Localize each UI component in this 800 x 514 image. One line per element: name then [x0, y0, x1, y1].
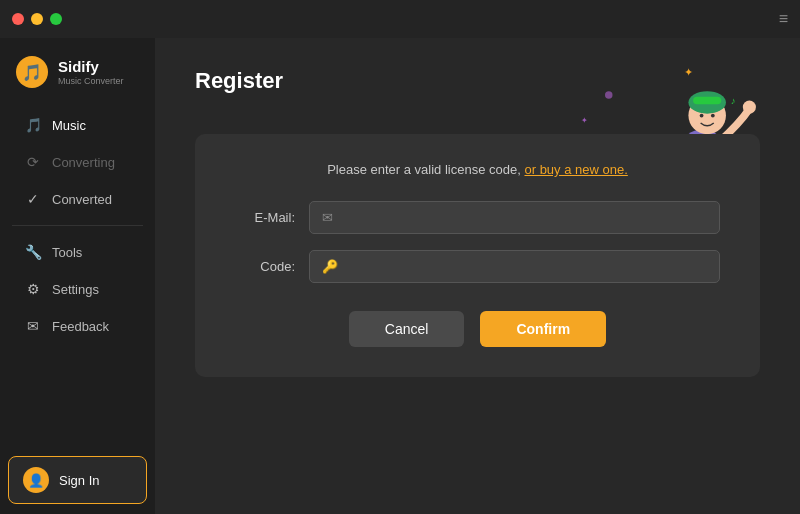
register-title: Register: [195, 68, 760, 94]
close-button[interactable]: [12, 13, 24, 25]
email-input-wrapper: ✉: [309, 201, 720, 234]
app-name: Sidify: [58, 58, 124, 76]
logo-music-icon: 🎵: [22, 63, 42, 82]
converting-label: Converting: [52, 155, 115, 170]
sidebar-nav: 🎵 Music ⟳ Converting ✓ Converted 🔧 Tools…: [0, 106, 155, 446]
sidebar-item-settings[interactable]: ⚙ Settings: [6, 271, 149, 307]
converting-icon: ⟳: [24, 154, 42, 170]
sidebar-item-tools[interactable]: 🔧 Tools: [6, 234, 149, 270]
confirm-button[interactable]: Confirm: [480, 311, 606, 347]
code-label: Code:: [235, 259, 295, 274]
register-dialog: Please enter a valid license code, or bu…: [195, 134, 760, 377]
music-label: Music: [52, 118, 86, 133]
feedback-icon: ✉: [24, 318, 42, 334]
email-input[interactable]: [341, 210, 707, 225]
title-bar: ≡: [0, 0, 800, 38]
sign-in-button[interactable]: 👤 Sign In: [8, 456, 147, 504]
main-content: ✦ ♪ ✦ ♪ ♪: [155, 38, 800, 514]
settings-label: Settings: [52, 282, 99, 297]
cancel-button[interactable]: Cancel: [349, 311, 465, 347]
sign-in-icon: 👤: [23, 467, 49, 493]
dialog-message: Please enter a valid license code, or bu…: [235, 162, 720, 177]
key-icon: 🔑: [322, 259, 338, 274]
maximize-button[interactable]: [50, 13, 62, 25]
sidebar-item-feedback[interactable]: ✉ Feedback: [6, 308, 149, 344]
music-icon: 🎵: [24, 117, 42, 133]
minimize-button[interactable]: [31, 13, 43, 25]
logo-text: Sidify Music Converter: [58, 58, 124, 86]
email-label: E-Mail:: [235, 210, 295, 225]
code-input-wrapper: 🔑: [309, 250, 720, 283]
email-icon: ✉: [322, 210, 333, 225]
sign-in-label: Sign In: [59, 473, 99, 488]
tools-label: Tools: [52, 245, 82, 260]
email-row: E-Mail: ✉: [235, 201, 720, 234]
traffic-lights: [12, 13, 62, 25]
sidebar-item-converting: ⟳ Converting: [6, 144, 149, 180]
sidebar-item-converted[interactable]: ✓ Converted: [6, 181, 149, 217]
converted-label: Converted: [52, 192, 112, 207]
app-subtitle: Music Converter: [58, 76, 124, 86]
sidebar-item-music[interactable]: 🎵 Music: [6, 107, 149, 143]
buy-new-link[interactable]: or buy a new one.: [524, 162, 627, 177]
sidebar-divider: [12, 225, 143, 226]
menu-icon[interactable]: ≡: [779, 10, 788, 28]
sidebar-logo: 🎵 Sidify Music Converter: [0, 46, 155, 106]
settings-icon: ⚙: [24, 281, 42, 297]
sidebar: 🎵 Sidify Music Converter 🎵 Music ⟳ Conve…: [0, 38, 155, 514]
register-container: Register: [155, 38, 800, 134]
sidebar-bottom: 👤 Sign In: [0, 446, 155, 514]
dialog-buttons: Cancel Confirm: [235, 311, 720, 347]
dialog-message-text: Please enter a valid license code,: [327, 162, 521, 177]
converted-icon: ✓: [24, 191, 42, 207]
logo-icon: 🎵: [16, 56, 48, 88]
code-row: Code: 🔑: [235, 250, 720, 283]
feedback-label: Feedback: [52, 319, 109, 334]
tools-icon: 🔧: [24, 244, 42, 260]
code-input[interactable]: [346, 259, 707, 274]
app-body: 🎵 Sidify Music Converter 🎵 Music ⟳ Conve…: [0, 38, 800, 514]
